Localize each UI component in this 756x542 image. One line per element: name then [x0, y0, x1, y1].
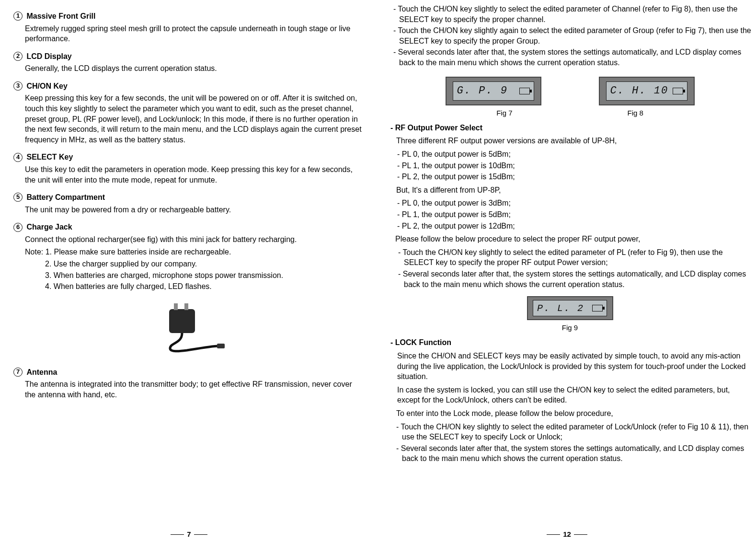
- lcd-fig7-text: G. P. 9: [457, 84, 508, 98]
- right-top-1: - Touch the CH/ON key slightly to select…: [393, 4, 752, 24]
- lcd-fig9-text: P. L. 2: [537, 302, 584, 315]
- lcd-fig8: C. H. 10: [599, 77, 695, 105]
- lcd-fig8-text: C. H. 10: [610, 84, 669, 98]
- rf-follow: Please follow the below procedure to sel…: [395, 234, 752, 244]
- circled-2: 2: [13, 52, 23, 61]
- item-1-heading: 1 Massive Front Grill: [13, 11, 365, 22]
- item-4-title: SELECT Key: [26, 153, 73, 161]
- lcd-fig9-inner: P. L. 2: [533, 300, 607, 316]
- page-number-left: 7: [0, 530, 378, 539]
- rf-8h-1: - PL 1, the output power is 10dBm;: [397, 161, 752, 171]
- item-6-note4: 4. When batteries are fully charged, LED…: [45, 281, 365, 292]
- lcd-fig8-inner: C. H. 10: [606, 81, 687, 101]
- circled-1: 1: [13, 12, 23, 21]
- charger-icon: [151, 300, 228, 358]
- item-1-title: Massive Front Grill: [26, 12, 95, 20]
- lcd-fig7: G. P. 9: [446, 77, 541, 105]
- rf-8p-1: - PL 1, the output power is 5dBm;: [397, 209, 752, 220]
- rf-8h-0: - PL 0, the output power is 5dBm;: [397, 149, 752, 160]
- lock-title: - LOCK Function: [390, 337, 752, 348]
- rf-but: But, It's a different from UP-8P,: [396, 185, 752, 196]
- item-4-body: Use this key to edit the parameters in o…: [25, 164, 365, 185]
- item-7-heading: 7 Antenna: [13, 367, 365, 378]
- lock-p2: In case the system is locked, you can st…: [397, 385, 752, 405]
- item-6-body: Connect the optional recharger(see fig) …: [25, 234, 365, 245]
- item-6-title: Charge Jack: [26, 223, 72, 231]
- item-5-title: Battery Compartment: [26, 193, 105, 201]
- battery-icon: [519, 88, 530, 94]
- svg-rect-3: [217, 344, 225, 348]
- rf-8p-0: - PL 0, the output power is 3dBm;: [397, 198, 752, 208]
- circled-4: 4: [13, 153, 23, 162]
- lock-step-0: - Touch the CH/ON key slightly to select…: [396, 422, 752, 442]
- lcd-fig7-inner: G. P. 9: [453, 81, 534, 101]
- svg-rect-1: [174, 303, 178, 310]
- rf-8h-2: - PL 2, the output power is 15dBm;: [397, 172, 752, 182]
- lock-p3: To enter into the Lock mode, please foll…: [396, 408, 752, 419]
- rf-output-title: - RF Output Power Select: [390, 123, 752, 133]
- item-7-body: The antenna is integrated into the trans…: [25, 379, 365, 400]
- fig-labels-row: Fig 7 Fig 8: [388, 108, 752, 118]
- item-2-body: Generally, the LCD displays the current …: [25, 63, 365, 74]
- item-1-body: Extremely rugged spring steel mesh grill…: [25, 23, 365, 44]
- rf-8p-2: - PL 2, the output power is 12dBm;: [397, 221, 752, 231]
- page-number-right: 12: [378, 530, 756, 539]
- svg-rect-2: [184, 303, 188, 310]
- item-3-body: Keep pressing this key for a few seconds…: [25, 93, 365, 145]
- lock-step-1: - Several seconds later after that, the …: [396, 443, 752, 464]
- item-5-body: The unit may be powered from a dry or re…: [25, 205, 365, 215]
- circled-7: 7: [13, 368, 23, 377]
- item-4-heading: 4 SELECT Key: [13, 151, 365, 162]
- page-left: 1 Massive Front Grill Extremely rugged s…: [0, 0, 378, 542]
- item-3-title: CH/ON Key: [26, 82, 67, 90]
- battery-icon: [673, 88, 683, 94]
- fig9-wrap: P. L. 2 Fig 9: [388, 296, 752, 333]
- fig9-label: Fig 9: [562, 323, 578, 333]
- item-6-note1: Note: 1. Please make sure batteries insi…: [25, 247, 365, 257]
- item-7-title: Antenna: [26, 368, 57, 376]
- right-top-2: - Touch the CH/ON key slightly again to …: [393, 25, 752, 46]
- item-6-note2: 2. Use the charger supplied by our compa…: [45, 259, 365, 269]
- lcd-row: G. P. 9 C. H. 10: [388, 77, 752, 105]
- charger-figure: [13, 300, 365, 358]
- lock-p1: Since the CH/ON and SELECT keys may be e…: [397, 351, 752, 382]
- right-top-3: - Several seconds later after that, the …: [393, 47, 752, 68]
- svg-rect-0: [169, 309, 195, 333]
- rf-step-1: - Several seconds later after that, the …: [398, 269, 752, 289]
- item-6-notes: 2. Use the charger supplied by our compa…: [13, 259, 365, 292]
- item-2-title: LCD Display: [26, 52, 71, 60]
- lcd-fig9: P. L. 2: [527, 296, 613, 320]
- item-2-heading: 2 LCD Display: [13, 51, 365, 62]
- battery-icon: [592, 305, 603, 311]
- fig7-label: Fig 7: [496, 108, 512, 118]
- item-3-heading: 3 CH/ON Key: [13, 81, 365, 92]
- item-6-heading: 6 Charge Jack: [13, 221, 365, 232]
- circled-3: 3: [13, 81, 23, 91]
- circled-5: 5: [13, 193, 23, 202]
- circled-6: 6: [13, 223, 23, 232]
- page-right: - Touch the CH/ON key slightly to select…: [378, 0, 756, 542]
- rf-intro: Three different RF output power versions…: [396, 136, 752, 146]
- item-5-heading: 5 Battery Compartment: [13, 192, 365, 203]
- fig8-label: Fig 8: [628, 108, 643, 118]
- item-6-note3: 3. When batteries are charged, microphon…: [45, 270, 365, 281]
- rf-step-0: - Touch the CH/ON key slightly to select…: [398, 247, 752, 268]
